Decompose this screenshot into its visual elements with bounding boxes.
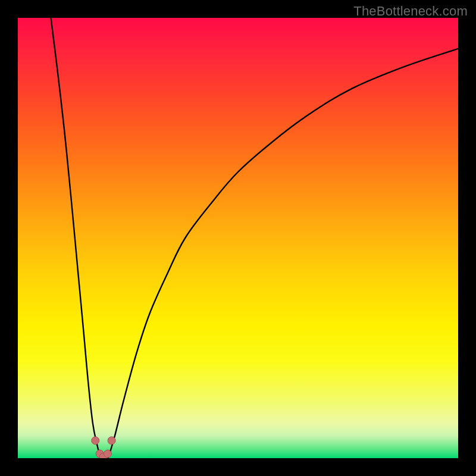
- chart-frame: TheBottleneck.com: [0, 0, 476, 476]
- curve-layer: [18, 18, 458, 458]
- plot-area: [18, 18, 458, 458]
- curve-right-branch: [108, 49, 458, 458]
- curve-left-branch: [51, 18, 101, 458]
- minimum-marker: [108, 437, 115, 444]
- watermark-text: TheBottleneck.com: [353, 4, 468, 19]
- bottleneck-curve: [51, 18, 459, 458]
- minimum-marker: [92, 437, 99, 444]
- minimum-marker: [104, 450, 111, 458]
